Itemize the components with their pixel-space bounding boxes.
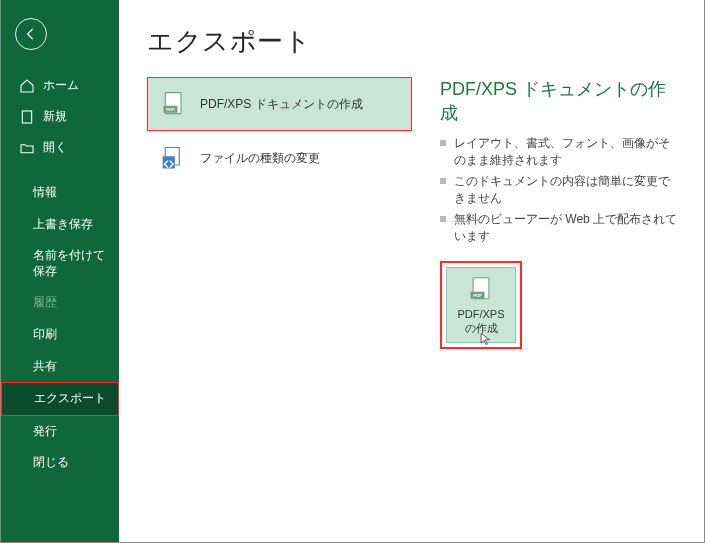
page-title: エクスポート (147, 24, 680, 59)
sidebar-item-close[interactable]: 閉じる (1, 447, 119, 479)
sidebar-label-open: 開く (43, 139, 67, 156)
main-pane: エクスポート PDF PDF/XPS ドキュメントの作成 (119, 0, 704, 542)
sidebar-item-home[interactable]: ホーム (1, 70, 119, 101)
home-icon (19, 78, 35, 94)
export-option-filetype-label: ファイルの種類の変更 (200, 150, 320, 167)
create-pdf-label-1: PDF/XPS (449, 308, 513, 322)
sidebar-item-history: 履歴 (1, 287, 119, 319)
filetype-icon (160, 144, 188, 172)
svg-text:PDF: PDF (473, 293, 482, 298)
create-pdf-highlight: PDF PDF/XPS の作成 (440, 261, 522, 349)
sidebar-item-publish[interactable]: 発行 (1, 416, 119, 448)
export-details: PDF/XPS ドキュメントの作成 レイアウト、書式、フォント、画像がそのまま維… (440, 77, 680, 349)
sidebar-item-export[interactable]: エクスポート (1, 382, 119, 416)
mouse-cursor-icon (479, 332, 493, 346)
back-button[interactable] (15, 18, 47, 50)
export-option-list: PDF PDF/XPS ドキュメントの作成 ファイルの種類の (147, 77, 412, 349)
bullet-icon (440, 216, 446, 222)
sidebar-item-save[interactable]: 上書き保存 (1, 209, 119, 241)
export-option-filetype[interactable]: ファイルの種類の変更 (147, 131, 412, 185)
svg-text:PDF: PDF (166, 107, 175, 112)
details-bullet-3: 無料のビューアーが Web 上で配布されています (440, 211, 680, 245)
backstage-sidebar: ホーム 新規 開く 情報 上書き保存 名前を付けて保存 履歴 印刷 共有 エクス… (1, 0, 119, 542)
bullet-icon (440, 140, 446, 146)
sidebar-item-open[interactable]: 開く (1, 132, 119, 163)
sidebar-item-saveas[interactable]: 名前を付けて保存 (1, 240, 119, 287)
sidebar-item-share[interactable]: 共有 (1, 351, 119, 383)
sidebar-item-new[interactable]: 新規 (1, 101, 119, 132)
open-icon (19, 140, 35, 156)
svg-rect-4 (163, 156, 175, 168)
create-pdf-button[interactable]: PDF PDF/XPS の作成 (446, 267, 516, 343)
sidebar-item-print[interactable]: 印刷 (1, 319, 119, 351)
new-icon (19, 109, 35, 125)
export-option-pdf[interactable]: PDF PDF/XPS ドキュメントの作成 (147, 77, 412, 131)
details-bullet-2: このドキュメントの内容は簡単に変更できません (440, 173, 680, 207)
bullet-icon (440, 178, 446, 184)
export-option-pdf-label: PDF/XPS ドキュメントの作成 (200, 96, 363, 113)
sidebar-label-home: ホーム (43, 77, 79, 94)
sidebar-label-new: 新規 (43, 108, 67, 125)
details-title: PDF/XPS ドキュメントの作成 (440, 77, 680, 125)
details-bullet-1: レイアウト、書式、フォント、画像がそのまま維持されます (440, 135, 680, 169)
svg-rect-0 (22, 111, 31, 123)
pdf-icon: PDF (160, 90, 188, 118)
create-pdf-icon: PDF (466, 276, 496, 304)
app-container: ホーム 新規 開く 情報 上書き保存 名前を付けて保存 履歴 印刷 共有 エクス… (0, 0, 705, 543)
details-bullet-2-text: このドキュメントの内容は簡単に変更できません (454, 173, 680, 207)
details-bullet-1-text: レイアウト、書式、フォント、画像がそのまま維持されます (454, 135, 680, 169)
sidebar-item-info[interactable]: 情報 (1, 177, 119, 209)
details-bullet-3-text: 無料のビューアーが Web 上で配布されています (454, 211, 680, 245)
